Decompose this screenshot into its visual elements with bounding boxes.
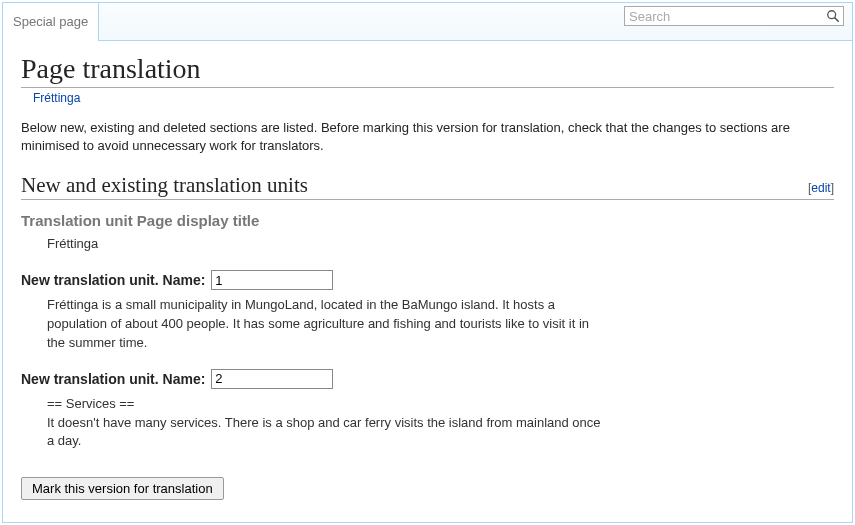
page-title: Page translation bbox=[21, 53, 834, 88]
search-input[interactable] bbox=[624, 6, 844, 26]
new-unit-2-row: New translation unit. Name: bbox=[21, 369, 834, 389]
tab-label: Special page bbox=[13, 14, 88, 29]
unit-name-input-1[interactable] bbox=[211, 270, 333, 290]
subtitle-link[interactable]: Fréttinga bbox=[33, 91, 80, 105]
display-title-unit-value: Fréttinga bbox=[47, 235, 607, 254]
section-header: New and existing translation units [edit… bbox=[21, 173, 834, 200]
unit-1-text: Fréttinga is a small municipality in Mun… bbox=[47, 296, 607, 353]
unit-name-input-2[interactable] bbox=[211, 369, 333, 389]
edit-link[interactable]: edit bbox=[811, 181, 830, 195]
app-frame: Special page Page translation Fréttinga … bbox=[2, 2, 853, 523]
edit-section: [edit] bbox=[808, 181, 834, 195]
mark-for-translation-button[interactable]: Mark this version for translation bbox=[21, 477, 224, 500]
tab-special-page[interactable]: Special page bbox=[3, 3, 99, 41]
new-unit-label: New translation unit. Name: bbox=[21, 272, 205, 288]
display-title-unit-header: Translation unit Page display title bbox=[21, 212, 834, 229]
unit-2-text: == Services == It doesn't have many serv… bbox=[47, 395, 607, 452]
new-unit-label: New translation unit. Name: bbox=[21, 371, 205, 387]
content-area: Page translation Fréttinga Below new, ex… bbox=[3, 53, 852, 514]
intro-text: Below new, existing and deleted sections… bbox=[21, 119, 834, 155]
section-heading: New and existing translation units bbox=[21, 173, 808, 198]
top-bar: Special page bbox=[3, 3, 852, 41]
new-unit-1-row: New translation unit. Name: bbox=[21, 270, 834, 290]
